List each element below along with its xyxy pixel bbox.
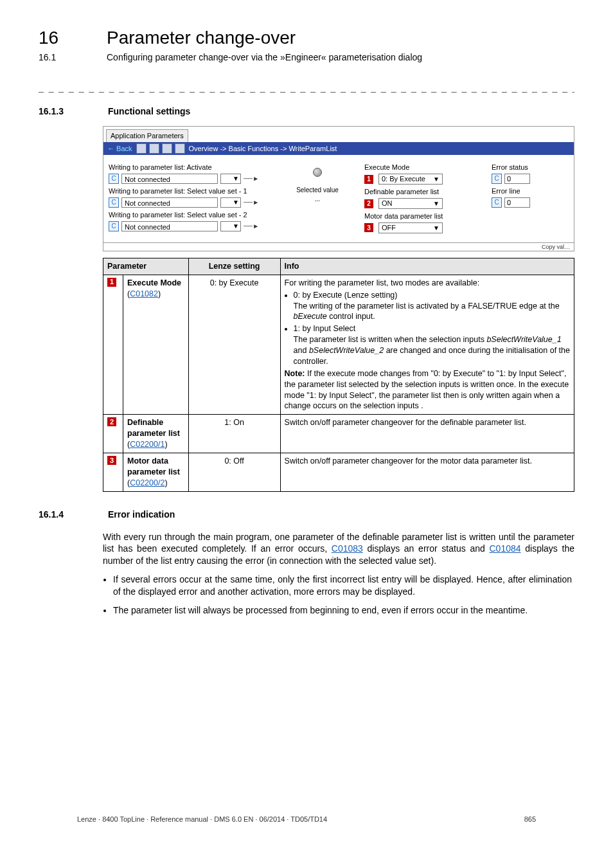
chevron-down-icon: ▼ (433, 175, 440, 184)
row-badge-2: 2 (107, 417, 116, 426)
list-item: If several errors occur at the same time… (113, 574, 572, 598)
dropdown[interactable]: ▼ (220, 221, 241, 231)
connection-field[interactable]: Not connected (121, 221, 218, 231)
callout-badge-2: 2 (364, 199, 373, 208)
list-item: 1: by Input Select The parameter list is… (294, 323, 570, 367)
page-footer: Lenze · 8400 TopLine · Reference manual … (77, 815, 536, 824)
label: Execute Mode (364, 163, 480, 172)
chevron-down-icon: ▼ (233, 174, 239, 183)
wire-icon: ──► (244, 222, 259, 231)
execute-mode-dropdown[interactable]: 0: By Execute ▼ (378, 174, 443, 185)
lenze-setting: 1: On (188, 415, 280, 453)
definable-list-dropdown[interactable]: ON ▼ (378, 198, 443, 209)
note-body: If the execute mode changes from "0: by … (285, 369, 569, 411)
italic-term: bSelectWriteValue_2 (309, 346, 384, 355)
info-intro: For writing the parameter list, two mode… (285, 278, 480, 287)
text: displays an error status and (363, 543, 490, 554)
connection-field[interactable]: Not connected (121, 197, 218, 208)
back-button[interactable]: ← Back (107, 144, 132, 154)
application-parameters-tab[interactable]: Application Parameters (106, 129, 188, 142)
bullet-head: 0: by Execute (Lenze setting) (294, 291, 398, 300)
bullet-head: 1: by Input Select (294, 324, 356, 333)
bullet-text: The parameter list is written when the s… (294, 335, 487, 344)
dropdown[interactable]: ▼ (220, 174, 241, 184)
label: Error status (492, 163, 569, 172)
th-info: Info (280, 258, 574, 275)
dropdown[interactable]: ▼ (220, 197, 241, 208)
toolbar-icon[interactable] (162, 143, 172, 154)
dropdown-value: 0: By Execute (382, 174, 425, 184)
param-column: Execute Mode 1 0: By Execute ▼ Definable… (364, 160, 480, 235)
subsection-title: Error indication (108, 509, 175, 521)
code-link[interactable]: C02200/1 (130, 440, 164, 449)
label: Definable parameter list (364, 187, 480, 197)
connections-column: Writing to parameter list: Activate C No… (109, 160, 271, 235)
page-number: 865 (524, 815, 536, 824)
callout-badge-3: 3 (364, 223, 373, 232)
row-badge-1: 1 (107, 278, 116, 287)
italic-term: bSelectWriteValue_1 (486, 335, 561, 344)
chevron-down-icon: ▼ (433, 199, 440, 208)
table-row: 3 Motor data parameter list (C02200/2) 0… (103, 453, 574, 491)
italic-term: bExecute (294, 312, 327, 321)
lenze-setting: 0: by Execute (188, 275, 280, 415)
code-link[interactable]: C01082 (130, 289, 158, 298)
motor-list-dropdown[interactable]: OFF ▼ (378, 222, 443, 233)
bullet-text: The writing of the parameter list is act… (294, 302, 560, 311)
subsection-number: 16.1.3 (39, 105, 84, 118)
error-status-field[interactable]: 0 (504, 174, 530, 184)
section-number: 16.1 (39, 51, 84, 64)
list-item: The parameter list will always be proces… (113, 604, 572, 617)
section-title: Configuring parameter change-over via th… (107, 51, 422, 64)
th-lenze: Lenze setting (188, 258, 280, 275)
breadcrumb-bar: ← Back Overview -> Basic Functions -> Wr… (103, 142, 574, 155)
label: Writing to parameter list: Select value … (109, 186, 271, 196)
param-name: Definable parameter list (127, 418, 180, 438)
bullet-list: If several errors occur at the same time… (103, 574, 572, 617)
c-badge-icon: C (492, 174, 502, 184)
c-badge-icon: C (492, 197, 502, 208)
code-link[interactable]: C02200/2 (130, 478, 164, 487)
status-led-icon (313, 168, 322, 177)
list-item: 0: by Execute (Lenze setting) The writin… (294, 290, 570, 323)
info-cell: Switch on/off parameter changeover for t… (280, 453, 574, 491)
bullet-text: and (294, 346, 309, 355)
wire-icon: ──► (244, 174, 259, 183)
divider-dashes: _ _ _ _ _ _ _ _ _ _ _ _ _ _ _ _ _ _ _ _ … (39, 82, 574, 94)
code-link[interactable]: C01083 (332, 543, 363, 554)
breadcrumb: Overview -> Basic Functions -> WritePara… (189, 144, 337, 154)
copy-button[interactable]: Copy val… (103, 242, 574, 251)
error-line-field[interactable]: 0 (504, 197, 530, 208)
chevron-down-icon: ▼ (233, 222, 239, 231)
table-row: 2 Definable parameter list (C02200/1) 1:… (103, 415, 574, 453)
row-badge-3: 3 (107, 456, 116, 465)
toolbar-icon[interactable] (175, 143, 185, 154)
label: Writing to parameter list: Activate (109, 163, 271, 172)
mid-column: Selected value ... (282, 160, 353, 235)
lenze-setting: 0: Off (188, 453, 280, 491)
param-name: Execute Mode (127, 278, 181, 287)
toolbar-icon[interactable] (149, 143, 159, 154)
ellipsis: ... (296, 195, 339, 204)
toolbar-icon[interactable] (136, 143, 147, 154)
dropdown-value: OFF (382, 223, 396, 233)
footer-left: Lenze · 8400 TopLine · Reference manual … (77, 815, 327, 824)
chapter-number: 16 (39, 26, 84, 50)
bullet-text: control input. (327, 312, 375, 321)
info-cell: For writing the parameter list, two mode… (280, 275, 574, 415)
c-badge-icon: C (109, 197, 119, 208)
label: Writing to parameter list: Select value … (109, 210, 271, 220)
chevron-down-icon: ▼ (233, 198, 239, 207)
status-column: Error status C 0 Error line C 0 (492, 160, 569, 235)
c-badge-icon: C (109, 174, 119, 184)
subsection-number: 16.1.4 (39, 509, 84, 521)
selected-value-label: Selected value (296, 186, 339, 195)
th-parameter: Parameter (103, 258, 189, 275)
chevron-down-icon: ▼ (433, 224, 440, 233)
connection-field[interactable]: Not connected (121, 174, 218, 184)
label: Motor data parameter list (364, 212, 480, 221)
code-link[interactable]: C01084 (490, 543, 521, 554)
table-row: 1 Execute Mode (C01082) 0: by Execute Fo… (103, 275, 574, 415)
label: Error line (492, 186, 569, 196)
application-parameters-panel: Application Parameters ← Back Overview -… (103, 126, 574, 251)
